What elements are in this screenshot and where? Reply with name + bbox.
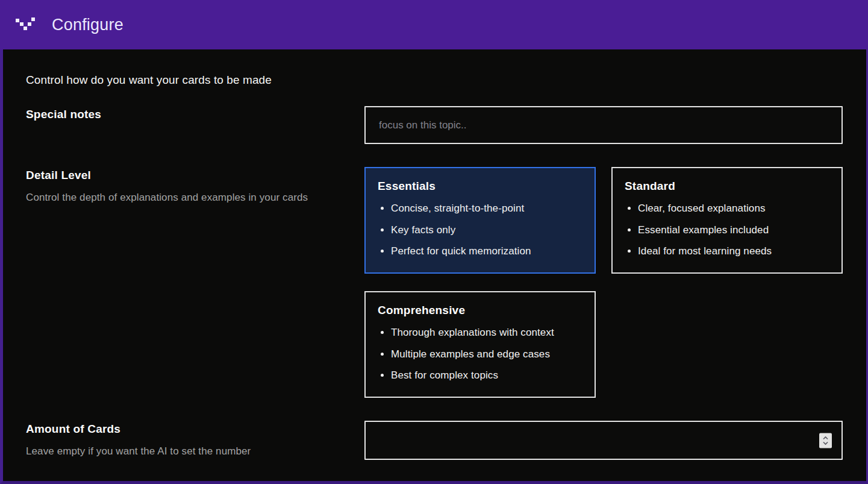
detail-level-label: Detail Level: [26, 167, 364, 182]
detail-level-options: Essentials Concise, straight-to-the-poin…: [364, 167, 843, 398]
card-bullet-list: Clear, focused explanations Essential ex…: [625, 198, 829, 262]
special-notes-input[interactable]: [364, 106, 843, 144]
app-header: Configure: [0, 0, 868, 49]
pixel-v-logo-icon: [13, 14, 39, 35]
card-title: Standard: [625, 180, 829, 193]
configure-form: Control how do you want your cards to be…: [3, 74, 866, 460]
amount-of-cards-description: Leave empty if you want the AI to set th…: [26, 445, 364, 457]
card-bullet-list: Thorough explanations with context Multi…: [378, 322, 582, 386]
card-bullet: Best for complex topics: [391, 365, 582, 386]
detail-option-essentials[interactable]: Essentials Concise, straight-to-the-poin…: [364, 167, 596, 274]
card-bullet: Perfect for quick memorization: [391, 240, 582, 262]
card-bullet: Key facts only: [391, 219, 582, 241]
chevron-up-down-icon: [822, 436, 829, 445]
form-heading: Control how do you want your cards to be…: [26, 74, 843, 87]
card-title: Essentials: [378, 180, 582, 193]
detail-level-row: Detail Level Control the depth of explan…: [26, 167, 843, 398]
special-notes-row: Special notes: [26, 106, 843, 144]
card-bullet-list: Concise, straight-to-the-point Key facts…: [378, 198, 582, 262]
card-bullet: Clear, focused explanations: [638, 198, 829, 219]
amount-of-cards-row: Amount of Cards Leave empty if you want …: [26, 421, 843, 460]
card-bullet: Concise, straight-to-the-point: [391, 198, 582, 219]
card-bullet: Multiple examples and edge cases: [391, 344, 582, 365]
app-window: Configure Control how do you want your c…: [0, 0, 868, 484]
detail-option-standard[interactable]: Standard Clear, focused explanations Ess…: [611, 167, 843, 274]
special-notes-label: Special notes: [26, 106, 364, 121]
detail-level-description: Control the depth of explanations and ex…: [26, 192, 364, 204]
card-title: Comprehensive: [378, 304, 582, 317]
amount-of-cards-label: Amount of Cards: [26, 421, 364, 436]
amount-of-cards-input[interactable]: [364, 421, 843, 460]
card-bullet: Essential examples included: [638, 219, 829, 241]
card-bullet: Ideal for most learning needs: [638, 240, 829, 262]
number-spinner[interactable]: [819, 433, 832, 448]
card-bullet: Thorough explanations with context: [391, 322, 582, 344]
detail-option-comprehensive[interactable]: Comprehensive Thorough explanations with…: [364, 291, 596, 398]
page-title: Configure: [52, 16, 123, 34]
